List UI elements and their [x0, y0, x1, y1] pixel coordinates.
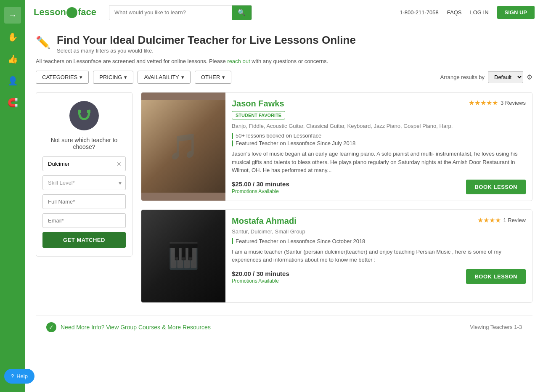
search-bar: 🔍: [109, 5, 252, 20]
header-right: 1-800-211-7058 FAQS LOG IN SIGN UP: [400, 6, 535, 19]
login-button[interactable]: LOG IN: [470, 9, 488, 16]
group-courses-link[interactable]: ✓ Need More Info? View Group Courses & M…: [46, 322, 211, 332]
nav-magnet-icon[interactable]: 🧲: [4, 94, 21, 111]
teacher-stat: Featured Teacher on Lessonface Since Oct…: [232, 238, 526, 244]
pricing-filter[interactable]: PRICING ▾: [93, 71, 133, 84]
logo-face-icon: [66, 7, 77, 18]
fullname-input[interactable]: [42, 194, 126, 209]
star-rating: ★★★★★: [469, 99, 498, 107]
stat-bar-icon: [232, 238, 233, 244]
logo-text-green: face: [78, 7, 96, 17]
teacher-stats: Featured Teacher on Lessonface Since Oct…: [232, 238, 526, 244]
page-subtitle: Select as many filters as you would like…: [57, 48, 356, 54]
nav-hand-icon[interactable]: ✋: [4, 29, 21, 45]
arrange-select[interactable]: Default: [488, 71, 523, 83]
filter-bar: CATEGORIES ▾ PRICING ▾ AVAILABILITY ▾ OT…: [36, 71, 532, 84]
nav-arrow-icon[interactable]: →: [4, 7, 21, 24]
teacher-stat: 50+ lessons booked on Lessonface: [232, 132, 526, 139]
page-header: ✏️ Find Your Ideal Dulcimer Teacher for …: [36, 34, 532, 54]
info-text: All teachers on Lessonface are screened …: [36, 58, 226, 64]
review-count: 3 Reviews: [501, 100, 526, 106]
student-favorite-badge: STUDENT FAVORITE: [232, 111, 285, 119]
teacher-info: Jason Fawks ★★★★★ 3 Reviews STUDENT FAVO…: [225, 93, 532, 201]
info-text-end: with any questions or concerns.: [252, 58, 328, 64]
teacher-rating: ★★★★ 1 Review: [477, 216, 526, 224]
arrange-label: Arrange results by: [440, 74, 485, 80]
chevron-down-icon: ▾: [181, 74, 184, 80]
svg-rect-1: [87, 110, 90, 113]
left-navigation: → ✋ 👍 👤 🧲 >_: [0, 0, 25, 347]
svg-rect-0: [78, 110, 81, 113]
nav-user-icon[interactable]: 👤: [4, 72, 21, 89]
magnet-icon: [69, 101, 99, 130]
teacher-photo: 🎹: [141, 210, 225, 302]
main-content: ✏️ Find Your Ideal Dulcimer Teacher for …: [25, 0, 543, 347]
chevron-down-icon: ▾: [124, 74, 127, 80]
faqs-link[interactable]: FAQS: [447, 9, 462, 16]
email-input[interactable]: [42, 213, 126, 228]
availability-filter[interactable]: AVAILABILITY ▾: [138, 71, 190, 84]
stat-bar-icon: [232, 133, 233, 139]
other-filter[interactable]: OTHER ▾: [195, 71, 232, 84]
teacher-bio: I am a music teacher (Santur (persian du…: [232, 248, 526, 264]
site-header: Lessonface 🔍 1-800-211-7058 FAQS LOG IN …: [25, 0, 543, 25]
footer-bar: ✓ Need More Info? View Group Courses & M…: [36, 315, 532, 339]
price-block: $25.00 / 30 minutes Promotions Available: [232, 180, 289, 194]
teacher-top: Mostafa Ahmadi ★★★★ 1 Review: [232, 216, 526, 226]
site-logo[interactable]: Lessonface: [34, 7, 96, 18]
teacher-price: $20.00 / 30 minutes: [232, 270, 289, 277]
categories-filter[interactable]: CATEGORIES ▾: [36, 71, 89, 84]
book-lesson-button[interactable]: BOOK LESSON: [466, 269, 526, 284]
teacher-bio: Jason's love of music began at an early …: [232, 150, 526, 175]
book-lesson-button[interactable]: BOOK LESSON: [466, 180, 526, 194]
match-widget: Not sure which teacher to choose? ✕ Skil…: [36, 92, 132, 257]
viewing-count: Viewing Teachers 1-3: [470, 324, 522, 330]
chevron-down-icon: ▾: [79, 74, 82, 80]
teacher-top: Jason Fawks ★★★★★ 3 Reviews: [232, 99, 526, 109]
page-title: Find Your Ideal Dulcimer Teacher for Liv…: [57, 34, 356, 47]
teacher-stat: Featured Teacher on Lessonface Since Jul…: [232, 140, 526, 146]
skill-select-wrap: Skill Level* ▾: [42, 175, 126, 190]
teacher-card: 🎵 Jason Fawks ★★★★★ 3 Reviews STUDENT FA…: [141, 92, 532, 201]
phone-number: 1-800-211-7058: [400, 9, 439, 16]
nav-like-icon[interactable]: 👍: [4, 50, 21, 67]
body-layout: Not sure which teacher to choose? ✕ Skil…: [36, 92, 532, 311]
teachers-list: 🎵 Jason Fawks ★★★★★ 3 Reviews STUDENT FA…: [141, 92, 532, 311]
teacher-card: 🎹 Mostafa Ahmadi ★★★★ 1 Review Santur, D…: [141, 209, 532, 303]
teacher-photo: 🎵: [141, 93, 225, 201]
subject-input-wrap: ✕: [42, 156, 126, 171]
teacher-info: Mostafa Ahmadi ★★★★ 1 Review Santur, Dul…: [225, 210, 532, 302]
search-input[interactable]: [109, 5, 232, 20]
logo-text-dark: Lesson: [34, 7, 66, 17]
clear-subject-icon[interactable]: ✕: [117, 161, 122, 167]
teacher-stats: 50+ lessons booked on Lessonface Feature…: [232, 132, 526, 146]
get-matched-button[interactable]: GET MATCHED: [42, 232, 126, 248]
promo-available: Promotions Available: [232, 278, 289, 284]
reach-out-link[interactable]: reach out: [227, 58, 250, 64]
teacher-name[interactable]: Mostafa Ahmadi: [232, 216, 297, 226]
gear-icon[interactable]: ⚙: [527, 73, 532, 81]
teacher-name[interactable]: Jason Fawks: [232, 99, 284, 109]
promo-available: Promotions Available: [232, 188, 289, 194]
arrange-results: Arrange results by Default ⚙: [440, 71, 533, 83]
teacher-price: $25.00 / 30 minutes: [232, 180, 289, 188]
widget-prompt: Not sure which teacher to choose?: [42, 137, 126, 150]
price-block: $20.00 / 30 minutes Promotions Available: [232, 270, 289, 284]
info-bar: All teachers on Lessonface are screened …: [36, 58, 532, 64]
pencil-icon: ✏️: [36, 35, 50, 49]
teacher-bottom: $20.00 / 30 minutes Promotions Available…: [232, 269, 526, 284]
check-icon: ✓: [46, 322, 56, 332]
skill-select[interactable]: Skill Level*: [42, 175, 126, 190]
teacher-bottom: $25.00 / 30 minutes Promotions Available…: [232, 180, 526, 194]
search-button[interactable]: 🔍: [232, 5, 252, 20]
subject-input[interactable]: [42, 156, 126, 171]
teacher-subjects: Santur, Dulcimer, Small Group: [232, 228, 526, 235]
teacher-subjects: Banjo, Fiddle, Acoustic Guitar, Classica…: [232, 123, 526, 129]
group-link-text: Need More Info? View Group Courses & Mor…: [61, 324, 211, 331]
chevron-down-icon: ▾: [222, 74, 225, 80]
teacher-rating: ★★★★★ 3 Reviews: [469, 99, 526, 107]
star-rating: ★★★★: [477, 216, 501, 224]
stat-bar-icon: [232, 140, 233, 146]
signup-button[interactable]: SIGN UP: [497, 6, 535, 19]
review-count: 1 Review: [503, 217, 526, 223]
